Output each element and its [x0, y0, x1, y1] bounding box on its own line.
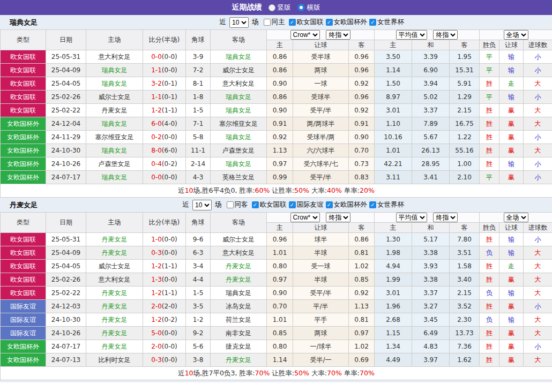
checkbox-checked-icon[interactable]: ✓ — [326, 201, 333, 208]
goals-result-cell: 大 — [524, 287, 552, 300]
league-badge: 欧女国联 — [1, 233, 46, 246]
average-select[interactable]: 平均值 — [396, 213, 427, 222]
summary-segment: 20% — [360, 186, 375, 194]
home-team: 瑞典女足 — [86, 64, 143, 77]
ah-away-odds: 0.70 — [349, 144, 375, 157]
eu-draw-odds: 26.13 — [412, 144, 450, 157]
halftime-score: (2-0) — [162, 303, 177, 310]
checkbox-checked-icon[interactable]: ✓ — [289, 201, 296, 208]
league-badge: 女欧国杯外 — [1, 144, 46, 157]
checkbox-unchecked-icon[interactable] — [264, 19, 271, 26]
fulltime-score: 8-0 — [151, 147, 162, 154]
col-corners-header: 角球 — [186, 30, 211, 50]
near-count-select[interactable]: 10 — [192, 200, 212, 210]
league-filter[interactable]: ✓女欧国杯外 — [324, 200, 368, 209]
match-date: 24-07-13 — [46, 353, 86, 367]
summary-segment: 单率: — [342, 186, 360, 194]
score-halftime: 1-2(1-1) — [143, 260, 186, 273]
goals-result-cell: 大 — [524, 246, 552, 260]
col-ah-home-header: 主 — [267, 40, 293, 50]
league-filter[interactable]: ✓女世界杯 — [367, 18, 404, 27]
checkbox-checked-icon[interactable]: ✓ — [326, 19, 333, 26]
radio-unchecked-icon[interactable] — [268, 4, 275, 11]
ah-line: 受半球 — [293, 50, 349, 64]
ah-home-odds: 1.14 — [267, 353, 293, 367]
ah-line: 受平/半 — [293, 104, 349, 117]
result-cell: 胜 — [480, 327, 499, 340]
fulltime-score: 0-3 — [151, 249, 162, 257]
layout-radio-vertical[interactable]: 竖版 — [268, 3, 291, 12]
handicap-result-cell: 输 — [499, 91, 524, 104]
league-filter[interactable]: ✓女世界杯 — [367, 200, 404, 209]
eu-final-odds-select[interactable]: 终指 — [433, 213, 458, 222]
near-count-select[interactable]: 10 — [229, 17, 249, 28]
result-cell: 胜 — [480, 104, 499, 117]
result-cell: 平 — [480, 64, 499, 77]
scope-select[interactable]: 全场 — [504, 30, 528, 40]
col-date-header: 日期 — [46, 213, 86, 233]
checkbox-checked-icon[interactable]: ✓ — [252, 201, 259, 208]
ah-line: 半球 — [293, 246, 349, 260]
score-halftime: 1-2(1-1) — [143, 287, 186, 300]
bookmaker-select[interactable]: Crow* — [290, 30, 320, 40]
league-badge: 欧女国联 — [1, 246, 46, 260]
match-date: 25-02-26 — [46, 273, 86, 287]
league-badge: 女欧国杯外 — [1, 157, 46, 171]
match-row: 国际友谊24-10-26丹麦女足5-0(0-0)9-2南非女足0.85两球0.9… — [1, 327, 552, 340]
eu-away-odds: 1.00 — [450, 157, 480, 171]
league-filter[interactable]: ✓国际友谊 — [287, 200, 324, 209]
same-venue-filter[interactable]: 同主 — [260, 18, 285, 27]
checkbox-checked-icon[interactable]: ✓ — [289, 19, 296, 26]
checkbox-checked-icon[interactable]: ✓ — [369, 201, 376, 208]
match-row: 欧女国联25-02-22丹麦女足1-2(1-1)1-5瑞典女足0.90受平/半0… — [1, 104, 552, 117]
fulltime-score: 1-3 — [151, 276, 162, 283]
match-row: 欧女国联25-04-09瑞典女足1-1(0-0)7-2威尔士女足0.86两球0.… — [1, 64, 552, 77]
halftime-score: (0-0) — [162, 133, 177, 141]
halftime-score: (1-1) — [162, 289, 177, 297]
ah-final-odds-select[interactable]: 终指 — [326, 30, 350, 40]
eu-away-odds: 2.15 — [450, 104, 480, 117]
fulltime-score: 0-0 — [151, 174, 162, 181]
home-team: 威尔士女足 — [86, 91, 143, 104]
eu-final-odds-select[interactable]: 终指 — [433, 30, 458, 40]
average-select[interactable]: 平均值 — [396, 30, 427, 40]
bookmaker-select[interactable]: Crow* — [290, 213, 320, 222]
filters: 近 10 场 同客 ✓欧女国联✓国际友谊✓女欧国杯外✓女世界杯 — [183, 200, 405, 210]
league-filter[interactable]: ✓欧女国联 — [287, 18, 324, 27]
checkbox-unchecked-icon[interactable] — [227, 201, 234, 208]
eu-home-odds: 1.98 — [375, 246, 412, 260]
goals-result-cell: 小 — [524, 64, 552, 77]
matches-table: 类型 日期 主场 比分(半场) 角球 客场 Crow* 终指 平均值 终指 — [0, 212, 552, 380]
away-team: 捷克女足 — [211, 340, 267, 353]
ah-away-odds: 0.81 — [349, 246, 375, 260]
eu-away-odds: 7.80 — [450, 233, 480, 246]
checkbox-checked-icon[interactable]: ✓ — [369, 19, 376, 26]
eu-draw-odds: 3.93 — [412, 260, 450, 273]
handicap-result-cell: 赢 — [499, 300, 524, 313]
layout-radio-horizontal[interactable]: 横版 — [297, 3, 320, 12]
ah-line: 两球 — [293, 64, 349, 77]
halftime-score: (0-2) — [162, 160, 177, 168]
score-halftime: 0-4(0-2) — [143, 157, 186, 171]
radio-checked-icon[interactable] — [297, 4, 305, 11]
ah-final-odds-select[interactable]: 终指 — [326, 213, 350, 222]
league-badge: 欧女国联 — [1, 260, 46, 273]
away-team: 瑞典女足 — [211, 157, 267, 171]
league-filter[interactable]: ✓欧女国联 — [250, 200, 287, 209]
league-filter-label: 女世界杯 — [377, 200, 404, 209]
col-away-header: 客场 — [211, 213, 267, 233]
same-venue-filter[interactable]: 同客 — [223, 200, 248, 209]
ah-line: 一/球半 — [293, 340, 349, 353]
result-cell: 平 — [480, 171, 499, 184]
league-filter[interactable]: ✓女欧国杯外 — [324, 18, 368, 27]
halftime-score: (0-0) — [162, 276, 177, 283]
goals-result-cell: 小 — [524, 50, 552, 64]
scope-select[interactable]: 全场 — [504, 213, 528, 222]
ah-home-odds: 0.80 — [267, 260, 293, 273]
filter-row: 丹麦女足 近 10 场 同客 ✓欧女国联✓国际友谊✓女欧国杯外✓女世界杯 — [0, 198, 552, 212]
ah-line: 受六球半/七 — [293, 157, 349, 171]
home-team: 塞尔维亚女足 — [86, 131, 143, 144]
result-cell: 胜 — [480, 233, 499, 246]
goals-result-cell: 小 — [524, 340, 552, 353]
ah-home-odds: 1.01 — [267, 313, 293, 327]
